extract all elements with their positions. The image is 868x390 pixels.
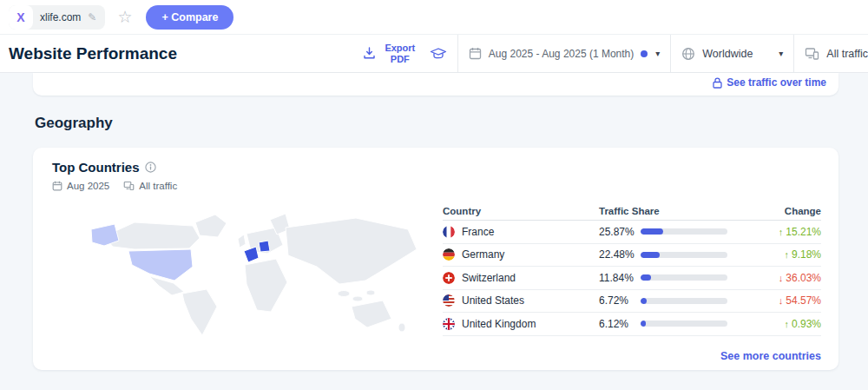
table-row[interactable]: France 25.87% ↑15.21% xyxy=(443,221,821,244)
see-traffic-over-time-link[interactable]: See traffic over time xyxy=(713,76,826,89)
calendar-icon xyxy=(469,47,482,60)
share-value: 22.48% xyxy=(599,248,641,261)
top-tab-bar: X xlife.com ✎ ☆ + Compare xyxy=(0,0,868,35)
map-us-highlight xyxy=(128,249,193,281)
chevron-down-icon: ▾ xyxy=(655,49,660,58)
country-name: France xyxy=(462,226,494,238)
map-island xyxy=(352,296,363,301)
map-africa xyxy=(245,259,287,312)
table-header: Country Traffic Share Change xyxy=(443,202,821,221)
favorite-star-icon[interactable]: ☆ xyxy=(117,9,132,25)
date-range-label: Aug 2025 - Aug 2025 (1 Month) xyxy=(489,48,634,60)
map-island xyxy=(338,291,350,297)
region-selector[interactable]: Worldwide ▾ xyxy=(670,35,793,73)
map-central-america xyxy=(149,276,184,295)
share-value: 6.72% xyxy=(599,294,641,307)
change-arrow-icon: ↓ xyxy=(779,273,784,283)
top-countries-card: Top Countries Aug 2025 All traffic xyxy=(33,148,838,370)
traffic-card-bottom: See traffic over time xyxy=(33,73,838,96)
share-bar xyxy=(641,298,727,304)
export-segment: Export PDF xyxy=(352,35,457,73)
site-tab[interactable]: X xlife.com ✎ xyxy=(9,5,105,30)
devices-icon xyxy=(123,181,135,191)
site-favicon: X xyxy=(9,5,33,30)
traffic-filter[interactable]: All traffic xyxy=(793,35,868,73)
share-bar xyxy=(641,274,727,281)
date-indicator-dot xyxy=(641,50,648,57)
change-value: ↑9.18% xyxy=(732,248,821,261)
flag-france-icon xyxy=(443,226,455,238)
column-header-change: Change xyxy=(732,206,821,216)
change-value: ↓36.03% xyxy=(732,272,821,284)
card-traffic-label: All traffic xyxy=(139,181,177,191)
share-bar xyxy=(641,252,727,258)
region-label: Worldwide xyxy=(702,48,753,60)
globe-icon xyxy=(681,47,695,61)
edit-icon[interactable]: ✎ xyxy=(88,11,96,23)
top-countries-title: Top Countries xyxy=(52,160,140,175)
share-value: 11.84% xyxy=(599,272,641,284)
date-range-picker[interactable]: Aug 2025 - Aug 2025 (1 Month) ▾ xyxy=(457,35,670,73)
map-canada xyxy=(104,222,200,249)
chevron-down-icon: ▾ xyxy=(779,49,783,58)
page-header: Website Performance Export PDF Aug 2025 … xyxy=(0,35,868,73)
geography-section-title: Geography xyxy=(35,115,113,132)
country-name: Germany xyxy=(462,248,504,261)
change-value: ↑15.21% xyxy=(732,226,821,238)
change-value: ↓54.57% xyxy=(732,294,821,307)
see-traffic-over-time-label: See traffic over time xyxy=(727,76,826,89)
compare-button[interactable]: + Compare xyxy=(146,5,233,30)
share-value: 25.87% xyxy=(599,226,641,238)
change-value: ↑0.93% xyxy=(732,318,821,330)
top-countries-table: Country Traffic Share Change France 25.8… xyxy=(443,202,821,336)
country-name: United Kingdom xyxy=(462,318,536,330)
export-pdf-label: Export PDF xyxy=(381,43,419,64)
page-title: Website Performance xyxy=(0,44,352,63)
site-domain-label: xlife.com xyxy=(40,11,81,23)
map-south-america xyxy=(182,289,217,335)
map-greenland xyxy=(195,215,227,237)
favicon-letter: X xyxy=(16,10,24,24)
flag-united-states-icon xyxy=(443,294,455,307)
change-arrow-icon: ↑ xyxy=(784,319,789,329)
academy-cap-icon[interactable] xyxy=(430,47,447,61)
map-asia xyxy=(286,218,417,284)
world-map xyxy=(52,203,441,342)
table-row[interactable]: Switzerland 11.84% ↓36.03% xyxy=(443,267,821,290)
change-arrow-icon: ↓ xyxy=(779,295,784,306)
column-header-share: Traffic Share xyxy=(599,206,732,216)
share-bar xyxy=(641,321,727,327)
table-row[interactable]: Germany 22.48% ↑9.18% xyxy=(443,244,821,268)
flag-united-kingdom-icon xyxy=(443,318,455,330)
share-value: 6.12% xyxy=(599,318,641,330)
map-island xyxy=(366,290,375,295)
map-france-highlight xyxy=(244,247,259,262)
calendar-icon xyxy=(52,181,62,191)
map-germany-highlight xyxy=(259,241,270,252)
map-uk xyxy=(238,235,246,248)
column-header-country: Country xyxy=(443,206,599,216)
table-row[interactable]: United Kingdom 6.12% ↑0.93% xyxy=(443,313,821,336)
traffic-filter-label: All traffic xyxy=(826,48,868,60)
info-icon[interactable] xyxy=(145,162,156,173)
devices-icon xyxy=(805,47,819,61)
share-bar xyxy=(641,228,727,235)
lock-icon xyxy=(713,77,722,89)
table-row[interactable]: United States 6.72% ↓54.57% xyxy=(443,290,821,314)
map-new-zealand xyxy=(398,323,405,332)
download-icon xyxy=(363,47,376,60)
see-more-countries-link[interactable]: See more countries xyxy=(720,350,821,362)
flag-germany-icon xyxy=(443,248,455,261)
export-pdf-button[interactable]: Export PDF xyxy=(363,43,419,64)
change-arrow-icon: ↑ xyxy=(784,249,789,260)
map-australia xyxy=(352,301,391,327)
flag-switzerland-icon xyxy=(443,272,455,284)
card-date-label: Aug 2025 xyxy=(67,181,109,191)
country-name: Switzerland xyxy=(462,272,516,284)
country-name: United States xyxy=(462,294,524,307)
change-arrow-icon: ↑ xyxy=(779,227,784,237)
